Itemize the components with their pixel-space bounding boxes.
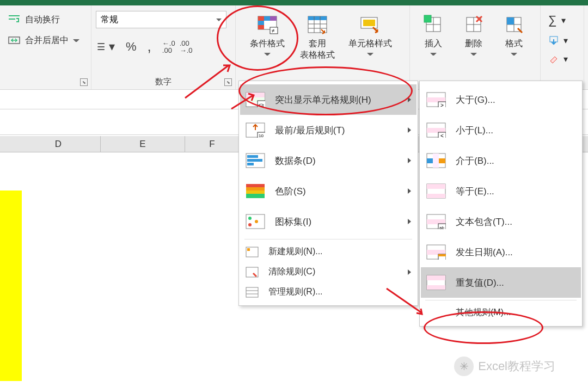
svg-rect-83 [427, 285, 445, 290]
editing-group: ∑▾ ▾ ▾ [541, 5, 584, 89]
increase-decimal-button[interactable]: ←.0.00 [162, 40, 175, 54]
chevron-down-icon [511, 53, 517, 56]
number-dialog-launcher[interactable]: ⬊ [224, 78, 232, 86]
menu-label: 其他规则(M)... [456, 307, 511, 318]
menu-label: 数据条(D) [275, 155, 316, 167]
svg-rect-68 [427, 158, 433, 163]
svg-rect-33 [246, 93, 265, 97]
alignment-group: 自动换行 合并后居中 ⬊ [0, 5, 91, 89]
format-table-button[interactable]: 套用 表格格式 [297, 11, 338, 63]
svg-text:>: > [440, 102, 444, 107]
highlight-rules-submenu: > 大于(G)... < 小于(L)... 介于(B)... 等于(E)... … [419, 81, 583, 327]
data-bars-item[interactable]: 数据条(D) [240, 145, 416, 176]
percent-button[interactable]: % [126, 40, 137, 54]
menu-label: 重复值(D)... [456, 277, 504, 289]
greater-than-item[interactable]: > 大于(G)... [421, 84, 581, 115]
chevron-down-icon [367, 53, 373, 56]
duplicate-icon [426, 275, 446, 290]
conditional-format-button[interactable]: ≠ 条件格式 [240, 11, 295, 58]
highlighted-cell [0, 191, 22, 381]
duplicate-values-item[interactable]: 重复值(D)... [421, 267, 581, 298]
watermark-text: Excel教程学习 [478, 358, 555, 374]
svg-rect-43 [247, 163, 254, 165]
delete-icon [462, 13, 485, 36]
menu-label: 新建规则(N)... [268, 246, 323, 257]
color-scales-icon [246, 183, 265, 199]
color-scales-item[interactable]: 色阶(S) [240, 176, 416, 206]
decrease-decimal-button[interactable]: .00→.0 [180, 40, 193, 54]
number-format-select[interactable]: 常规 [96, 11, 226, 28]
delete-button[interactable]: 删除 [455, 11, 493, 58]
format-table-icon [306, 13, 329, 36]
merge-center-label: 合并后居中 [25, 35, 69, 46]
menu-label: 管理规则(R)... [268, 286, 323, 298]
styles-group: ≠ 条件格式 套用 表格格式 单元格样式 [236, 5, 410, 89]
currency-button[interactable]: ☰▾ [96, 40, 115, 54]
col-header-d[interactable]: D [16, 136, 101, 152]
clear-rules-item[interactable]: 清除规则(C) [240, 262, 416, 282]
greater-than-icon: > [426, 92, 446, 107]
svg-rect-9 [258, 25, 264, 29]
svg-text:10: 10 [259, 133, 264, 138]
arrow-right-icon [408, 127, 411, 133]
icon-sets-icon [246, 214, 265, 229]
cell-styles-button[interactable]: 单元格样式 [340, 11, 400, 58]
conditional-format-menu: ≤≥ 突出显示单元格规则(H) 10 最前/最后规则(T) 数据条(D) 色阶(… [238, 81, 418, 306]
equal-to-item[interactable]: 等于(E)... [421, 176, 581, 206]
arrow-right-icon [408, 97, 411, 102]
new-rule-item[interactable]: 新建规则(N)... [240, 242, 416, 262]
wechat-icon: ✳ [454, 357, 474, 376]
comma-button[interactable]: , [148, 38, 151, 55]
icon-sets-item[interactable]: 图标集(I) [240, 206, 416, 237]
menu-label: 文本包含(T)... [456, 216, 512, 228]
highlight-cells-rules-item[interactable]: ≤≥ 突出显示单元格规则(H) [240, 84, 416, 115]
more-rules-item[interactable]: 其他规则(M)... [421, 303, 581, 323]
svg-rect-19 [363, 20, 375, 26]
svg-point-51 [255, 220, 258, 223]
merge-center-icon [8, 34, 21, 47]
svg-rect-8 [258, 21, 264, 25]
svg-rect-67 [433, 153, 439, 168]
wrap-text-button[interactable]: 自动换行 [4, 11, 83, 28]
conditional-format-label: 条件格式 [250, 38, 285, 50]
between-item[interactable]: 介于(B)... [421, 145, 581, 176]
svg-rect-23 [424, 15, 431, 22]
alignment-dialog-launcher[interactable]: ⬊ [80, 78, 88, 86]
col-header-e[interactable]: E [101, 136, 185, 152]
date-occurring-item[interactable]: 发生日期(A)... [421, 237, 581, 267]
svg-rect-53 [247, 248, 250, 251]
svg-rect-42 [247, 159, 262, 162]
chevron-down-icon [73, 39, 79, 42]
menu-label: 色阶(S) [275, 185, 306, 198]
svg-rect-69 [439, 158, 445, 163]
menu-label: 突出显示单元格规则(H) [275, 94, 371, 106]
svg-rect-41 [247, 155, 258, 158]
arrow-right-icon [408, 158, 411, 163]
clear-button[interactable]: ▾ [545, 51, 571, 66]
cell-styles-icon [359, 13, 382, 36]
less-than-item[interactable]: < 小于(L)... [421, 115, 581, 145]
menu-label: 小于(L)... [456, 124, 493, 137]
text-contains-item[interactable]: ab 文本包含(T)... [421, 206, 581, 237]
number-tools: ☰▾ % , ←.0.00 .00→.0 [96, 38, 192, 55]
format-button[interactable]: 格式 [495, 11, 533, 58]
data-bars-icon [246, 153, 265, 168]
watermark: ✳ Excel教程学习 [454, 357, 555, 376]
title-bar [0, 0, 588, 5]
svg-text:ab: ab [439, 225, 444, 229]
autosum-button[interactable]: ∑▾ [545, 11, 571, 29]
svg-rect-45 [246, 187, 265, 191]
col-header-f[interactable]: F [185, 136, 240, 152]
chevron-down-icon [470, 53, 477, 56]
conditional-format-icon: ≠ [256, 13, 279, 36]
fill-button[interactable]: ▾ [545, 33, 571, 48]
menu-label: 发生日期(A)... [456, 246, 513, 259]
top-bottom-rules-item[interactable]: 10 最前/最后规则(T) [240, 115, 416, 145]
manage-rules-item[interactable]: 管理规则(R)... [240, 282, 416, 302]
svg-text:≤≥: ≤≥ [259, 102, 264, 107]
svg-rect-13 [308, 16, 327, 20]
merge-center-button[interactable]: 合并后居中 [4, 32, 83, 49]
insert-label: 插入 [425, 38, 442, 50]
insert-button[interactable]: 插入 [414, 11, 452, 58]
insert-icon [422, 13, 445, 36]
